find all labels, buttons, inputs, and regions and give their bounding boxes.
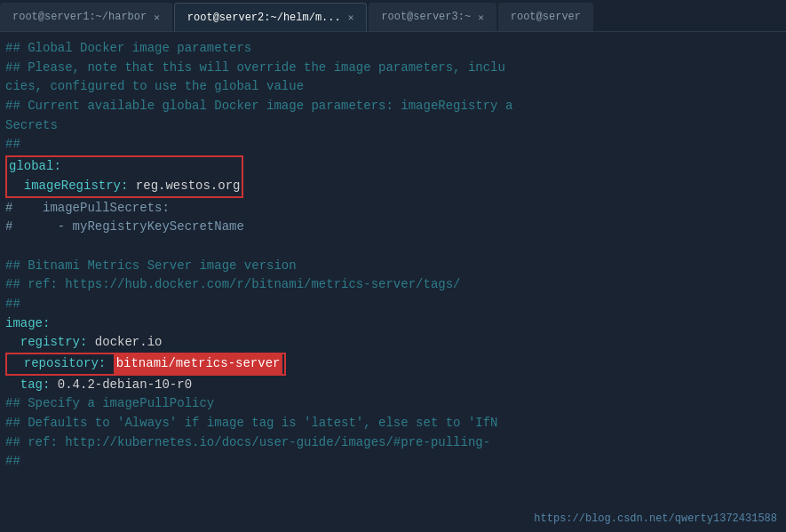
tab-bar: root@server1:~/harbor ✕ root@server2:~/h… [0,0,786,32]
url-text: https://blog.csdn.net/qwerty1372431588 [534,512,777,525]
url-bar: https://blog.csdn.net/qwerty1372431588 [534,512,777,525]
repository-val: bitnami/metrics-server [114,354,283,374]
line-myregistry: # - myRegistryKeySecretName [5,218,781,237]
ref2-comment: ## ref: http://kubernetes.io/docs/user-g… [5,433,490,453]
comment-4: ## Current available global Docker image… [5,97,512,116]
tab-server3-close[interactable]: ✕ [478,12,484,23]
tab-server2-label: root@server2:~/helm/m... [187,12,341,24]
bitnami-comment3: ## [5,295,20,314]
tag-val: 0.4.2-debian-10-r0 [58,376,192,395]
line-global: global: [9,157,240,177]
line-repository: repository: bitnami/metrics-server [5,353,781,376]
comment-5: Secrets [5,116,58,136]
comment-6: ## [5,135,20,155]
line-specify: ## Specify a imagePullPolicy [5,394,781,414]
hash-comment: ## [5,452,20,472]
line-2: ## Please, note that this will override … [5,59,781,78]
tag-key: tag: [5,376,58,395]
line-1: ## Global Docker image parameters [5,39,781,59]
line-bitnami1: ## Bitnami Metrics Server image version [5,257,781,276]
line-imageregistry: imageRegistry: reg.westos.org [9,177,240,196]
repository-key: repository: [9,354,114,374]
repository-highlight-box: repository: bitnami/metrics-server [5,353,286,376]
tab-server1-close[interactable]: ✕ [154,12,160,23]
bitnami-comment1: ## Bitnami Metrics Server image version [5,257,297,276]
imageregistry-val: reg.westos.org [136,177,241,196]
tab-server3[interactable]: root@server3:~ ✕ [369,3,496,31]
defaults-comment: ## Defaults to 'Always' if image tag is … [5,414,498,433]
tab-server1[interactable]: root@server1:~/harbor ✕ [0,3,172,31]
line-6: ## [5,135,781,155]
line-3: cies, configured to use the global value [5,77,781,97]
comment-3: cies, configured to use the global value [5,77,304,97]
line-ref2: ## ref: http://kubernetes.io/docs/user-g… [5,433,781,453]
myregistry-comment: # - myRegistryKeySecretName [5,218,244,237]
tab-server4[interactable]: root@server [498,3,593,31]
imagepullsecrets-comment: # imagePullSecrets: [5,199,170,218]
line-defaults: ## Defaults to 'Always' if image tag is … [5,414,781,433]
tab-server2[interactable]: root@server2:~/helm/m... ✕ [174,3,367,31]
registry-key: registry: [5,333,95,353]
line-imagepullsecrets: # imagePullSecrets: [5,199,781,218]
imageregistry-key: imageRegistry: [9,177,136,196]
comment-1: ## Global Docker image parameters [5,39,251,59]
line-registry: registry: docker.io [5,333,781,353]
specify-comment: ## Specify a imagePullPolicy [5,394,214,414]
tab-server3-label: root@server3:~ [381,11,471,23]
line-image: image: [5,314,781,334]
line-5: Secrets [5,116,781,136]
line-tag: tag: 0.4.2-debian-10-r0 [5,376,781,395]
tab-server2-close[interactable]: ✕ [348,12,354,23]
tab-server1-label: root@server1:~/harbor [12,11,147,23]
bitnami-comment2: ## ref: https://hub.docker.com/r/bitnami… [5,275,460,295]
line-4: ## Current available global Docker image… [5,97,781,116]
registry-val: docker.io [95,333,163,353]
image-key: image: [5,314,50,334]
line-bitnami3: ## [5,295,781,314]
global-key: global: [9,157,61,177]
line-empty [5,237,781,257]
terminal-wrapper: ## Global Docker image parameters ## Ple… [0,32,786,532]
tab-server4-label: root@server [511,11,581,23]
comment-2: ## Please, note that this will override … [5,59,505,78]
line-bitnami2: ## ref: https://hub.docker.com/r/bitnami… [5,275,781,295]
terminal: ## Global Docker image parameters ## Ple… [0,32,786,532]
global-highlight-box: global: imageRegistry: reg.westos.org [5,155,243,197]
line-hash: ## [5,452,781,472]
